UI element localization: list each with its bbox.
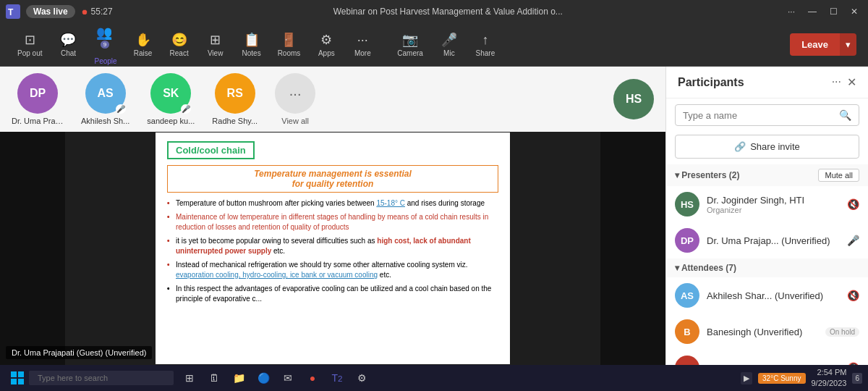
date-display: 9/29/2023 bbox=[812, 378, 847, 389]
leave-dropdown-button[interactable]: ▾ bbox=[840, 33, 856, 56]
pop-out-button[interactable]: ⊡ Pop out bbox=[12, 29, 48, 60]
view-all-link[interactable]: View all bbox=[281, 117, 309, 125]
mic-icon-dp: 🎤 bbox=[847, 235, 859, 246]
presenter-avatar-hs: HS bbox=[675, 192, 699, 216]
search-input[interactable] bbox=[683, 110, 835, 121]
presenters-label[interactable]: ▾ Presenters (2) bbox=[675, 170, 739, 180]
taskbar-icon-1[interactable]: ⊞ bbox=[179, 368, 200, 388]
participant-as: AS 🎤 Akhilesh Sh... bbox=[81, 73, 129, 125]
avatar-as: AS 🎤 bbox=[85, 73, 126, 114]
slide-subtitle: Temperature management is essentialfor q… bbox=[167, 165, 498, 193]
taskbar-icon-4[interactable]: 🔵 bbox=[253, 368, 273, 388]
notes-icon: 📋 bbox=[244, 32, 260, 48]
mute-all-button[interactable]: Mute all bbox=[818, 169, 859, 182]
taskbar-chevron-right[interactable]: ▶ bbox=[741, 372, 752, 384]
people-badge: 9 bbox=[101, 41, 109, 49]
taskbar-icon-3[interactable]: 📁 bbox=[229, 368, 249, 388]
attendee-name-as: Akhilesh Shar... (Unverified) bbox=[707, 290, 840, 301]
meeting-area: DP Dr. Uma Prajap... AS 🎤 Akhilesh Sh...… bbox=[0, 67, 665, 365]
teams-logo: T bbox=[6, 4, 20, 19]
camera-icon: 📷 bbox=[402, 32, 418, 48]
taskbar-teams-icon[interactable]: T2 bbox=[327, 368, 347, 388]
mic-icon: 🎤 bbox=[441, 32, 457, 48]
share-invite-button[interactable]: 🔗 Share invite bbox=[675, 135, 859, 159]
share-button[interactable]: ↑ Share bbox=[469, 30, 501, 60]
presenter-info-hs: Dr. Joginder Singh, HTI Organizer bbox=[707, 195, 840, 214]
rooms-button[interactable]: 🚪 Rooms bbox=[272, 29, 307, 60]
slide-bullet-5: • In this respect the advantages of evap… bbox=[167, 284, 498, 304]
avatar-hs: HS bbox=[613, 79, 654, 119]
more-participants-circle[interactable]: ··· bbox=[275, 73, 315, 114]
attendee-name-b: Banesingh (Unverified) bbox=[707, 327, 818, 337]
pop-out-icon: ⊡ bbox=[25, 32, 35, 48]
people-button[interactable]: 👥9 People bbox=[88, 22, 122, 68]
slide-bullet-4: • Instead of mechanical refrigeration we… bbox=[167, 260, 498, 280]
presenter-row-dp: DP Dr. Uma Prajap... (Unverified) 🎤 bbox=[666, 222, 868, 258]
more-icon: ··· bbox=[357, 33, 368, 48]
search-box[interactable]: 🔍 bbox=[675, 104, 859, 126]
attendee-info-b: Banesingh (Unverified) bbox=[707, 327, 818, 337]
notes-button[interactable]: 📋 Notes bbox=[236, 29, 268, 60]
taskbar-icon-2[interactable]: 🗓 bbox=[204, 368, 224, 388]
was-live-badge: Was live bbox=[26, 5, 75, 18]
panel-header: Participants ··· ✕ bbox=[666, 67, 868, 98]
svg-text:T: T bbox=[8, 7, 14, 17]
participant-more[interactable]: ··· View all bbox=[275, 73, 315, 125]
svg-rect-2 bbox=[11, 371, 17, 377]
name-as: Akhilesh Sh... bbox=[81, 117, 129, 125]
panel-title: Participants bbox=[678, 76, 744, 89]
more-button[interactable]: ··· More bbox=[346, 30, 378, 60]
on-hold-badge: On hold bbox=[825, 327, 859, 337]
presenter-row-hs: HS Dr. Joginder Singh, HTI Organizer 🔇 bbox=[666, 186, 868, 222]
minimize-button[interactable]: — bbox=[804, 5, 821, 18]
camera-button[interactable]: 📷 Camera bbox=[391, 29, 429, 60]
slide-bullet-1: • Temperature of button mushroom after p… bbox=[167, 198, 498, 209]
attendees-section-header: ▾ Attendees (7) bbox=[666, 258, 868, 277]
avatar-dp: DP bbox=[17, 73, 58, 114]
apps-icon: ⚙ bbox=[320, 32, 332, 48]
participant-rs: RS Radhe Shy... bbox=[212, 73, 258, 125]
participants-panel: Participants ··· ✕ 🔍 🔗 Share invite ▾ Pr… bbox=[665, 67, 868, 365]
presenter-avatar-dp: DP bbox=[675, 228, 699, 253]
name-dp: Dr. Uma Prajap... bbox=[12, 117, 64, 125]
attendee-avatar-dk: DK bbox=[675, 356, 699, 365]
attendee-avatar-b: B bbox=[675, 319, 699, 344]
avatar-rs: RS bbox=[215, 73, 255, 114]
react-button[interactable]: 😊 React bbox=[163, 29, 195, 60]
avatar-sk: SK 🎤 bbox=[150, 73, 191, 114]
presenter-name-hs: Dr. Joginder Singh, HTI bbox=[707, 195, 840, 206]
ellipsis-button[interactable]: ··· bbox=[783, 5, 799, 18]
panel-ellipsis-icon[interactable]: ··· bbox=[832, 75, 841, 89]
taskbar: ⊞ 🗓 📁 🔵 ✉ ● T2 ⚙ ▶ 32°C Sunny 2:54 PM 9/… bbox=[0, 365, 868, 391]
svg-rect-4 bbox=[11, 379, 17, 384]
slide-bullet-2: • Maintenance of low temperature in diff… bbox=[167, 212, 498, 232]
taskbar-search-input[interactable] bbox=[29, 371, 174, 385]
close-button[interactable]: ✕ bbox=[846, 5, 862, 18]
taskbar-icon-5[interactable]: ✉ bbox=[278, 368, 298, 388]
slide-bullet-3: • it is yet to become popular owing to s… bbox=[167, 236, 498, 256]
taskbar-icon-6[interactable]: ● bbox=[302, 368, 323, 388]
start-button[interactable] bbox=[6, 366, 29, 390]
taskbar-settings-icon[interactable]: ⚙ bbox=[352, 368, 372, 388]
taskbar-right: ▶ 32°C Sunny 2:54 PM 9/29/2023 6 bbox=[741, 367, 862, 390]
taskbar-time: 2:54 PM 9/29/2023 bbox=[812, 367, 847, 390]
view-button[interactable]: ⊞ View bbox=[200, 29, 231, 60]
panel-header-icons: ··· ✕ bbox=[832, 75, 856, 89]
chat-button[interactable]: 💬 Chat bbox=[52, 29, 84, 60]
share-icon: ↑ bbox=[482, 33, 488, 48]
timer: 55:27 bbox=[91, 7, 113, 17]
react-icon: 😊 bbox=[171, 32, 187, 48]
notification-badge[interactable]: 6 bbox=[852, 373, 862, 384]
search-icon[interactable]: 🔍 bbox=[839, 109, 851, 121]
toolbar: ⊡ Pop out 💬 Chat 👥9 People ✋ Raise 😊 Rea… bbox=[0, 23, 868, 67]
apps-button[interactable]: ⚙ Apps bbox=[310, 29, 342, 60]
panel-close-icon[interactable]: ✕ bbox=[847, 75, 856, 89]
window-title: Webinar on Post Harvest Management & Val… bbox=[113, 7, 783, 17]
rooms-icon: 🚪 bbox=[281, 32, 297, 48]
raise-button[interactable]: ✋ Raise bbox=[127, 29, 159, 60]
attendee-row-b: B Banesingh (Unverified) On hold bbox=[666, 314, 868, 350]
mic-button[interactable]: 🎤 Mic bbox=[433, 29, 465, 60]
maximize-button[interactable]: ☐ bbox=[825, 5, 842, 18]
attendees-label[interactable]: ▾ Attendees (7) bbox=[675, 263, 736, 273]
leave-main-button[interactable]: Leave bbox=[790, 33, 840, 56]
